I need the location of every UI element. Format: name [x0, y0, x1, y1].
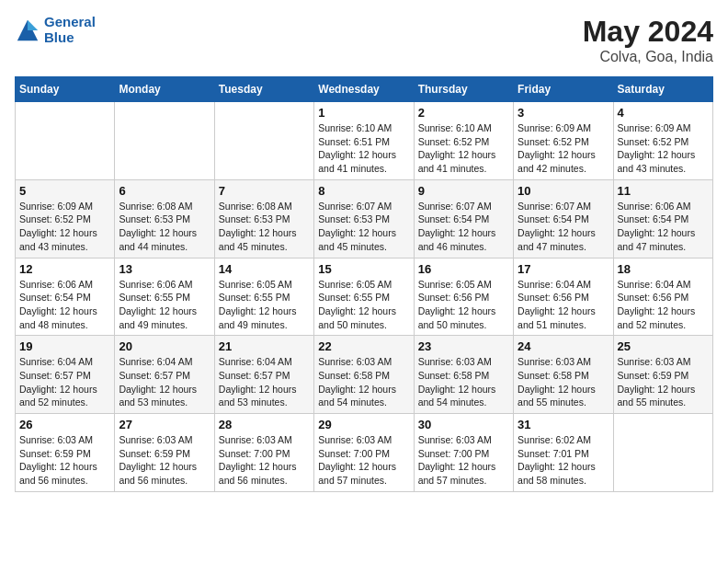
calendar-cell: 3Sunrise: 6:09 AMSunset: 6:52 PMDaylight… [514, 102, 613, 180]
calendar-cell: 11Sunrise: 6:06 AMSunset: 6:54 PMDayligh… [613, 179, 712, 258]
calendar-cell: 14Sunrise: 6:05 AMSunset: 6:55 PMDayligh… [214, 258, 313, 336]
calendar-cell: 10Sunrise: 6:07 AMSunset: 6:54 PMDayligh… [514, 179, 613, 258]
calendar-cell: 8Sunrise: 6:07 AMSunset: 6:53 PMDaylight… [314, 179, 414, 258]
calendar-cell: 22Sunrise: 6:03 AMSunset: 6:58 PMDayligh… [314, 336, 414, 414]
calendar-cell: 7Sunrise: 6:08 AMSunset: 6:53 PMDaylight… [214, 179, 313, 258]
calendar-cell: 21Sunrise: 6:04 AMSunset: 6:57 PMDayligh… [214, 336, 313, 414]
week-row-3: 12Sunrise: 6:06 AMSunset: 6:54 PMDayligh… [16, 258, 713, 336]
calendar-cell [16, 102, 115, 180]
day-info: Sunrise: 6:06 AMSunset: 6:54 PMDaylight:… [19, 278, 110, 332]
week-row-4: 19Sunrise: 6:04 AMSunset: 6:57 PMDayligh… [16, 336, 713, 414]
calendar-cell: 16Sunrise: 6:05 AMSunset: 6:56 PMDayligh… [414, 258, 513, 336]
day-info: Sunrise: 6:05 AMSunset: 6:55 PMDaylight:… [318, 278, 409, 332]
day-number: 22 [318, 339, 409, 353]
calendar-cell: 18Sunrise: 6:04 AMSunset: 6:56 PMDayligh… [613, 258, 712, 336]
calendar-cell: 1Sunrise: 6:10 AMSunset: 6:51 PMDaylight… [314, 102, 414, 180]
calendar-cell: 13Sunrise: 6:06 AMSunset: 6:55 PMDayligh… [115, 258, 214, 336]
day-number: 9 [418, 184, 509, 198]
logo: General Blue [15, 15, 96, 45]
day-info: Sunrise: 6:04 AMSunset: 6:57 PMDaylight:… [19, 355, 110, 409]
svg-marker-1 [28, 19, 38, 29]
logo-text: General Blue [44, 15, 96, 45]
day-number: 27 [119, 418, 210, 431]
day-info: Sunrise: 6:09 AMSunset: 6:52 PMDaylight:… [618, 121, 709, 176]
day-info: Sunrise: 6:10 AMSunset: 6:51 PMDaylight:… [318, 121, 409, 176]
weekday-tuesday: Tuesday [214, 77, 313, 102]
title-block: May 2024 Colva, Goa, India [583, 15, 713, 65]
calendar-cell: 5Sunrise: 6:09 AMSunset: 6:52 PMDaylight… [16, 179, 115, 258]
day-info: Sunrise: 6:03 AMSunset: 6:59 PMDaylight:… [618, 355, 709, 409]
day-number: 16 [418, 262, 509, 276]
day-number: 29 [318, 418, 409, 431]
calendar-cell: 30Sunrise: 6:03 AMSunset: 7:00 PMDayligh… [414, 414, 513, 492]
day-number: 26 [19, 418, 110, 431]
day-info: Sunrise: 6:03 AMSunset: 6:59 PMDaylight:… [19, 433, 110, 488]
day-info: Sunrise: 6:09 AMSunset: 6:52 PMDaylight:… [19, 200, 110, 254]
day-info: Sunrise: 6:07 AMSunset: 6:53 PMDaylight:… [318, 200, 409, 254]
day-info: Sunrise: 6:08 AMSunset: 6:53 PMDaylight:… [119, 200, 210, 254]
day-number: 30 [418, 418, 509, 431]
day-info: Sunrise: 6:04 AMSunset: 6:56 PMDaylight:… [618, 278, 709, 332]
day-info: Sunrise: 6:09 AMSunset: 6:52 PMDaylight:… [518, 121, 609, 176]
calendar-cell [115, 102, 214, 180]
week-row-2: 5Sunrise: 6:09 AMSunset: 6:52 PMDaylight… [16, 179, 713, 258]
logo-icon [15, 17, 40, 43]
calendar-cell: 24Sunrise: 6:03 AMSunset: 6:58 PMDayligh… [514, 336, 613, 414]
day-number: 31 [518, 418, 609, 431]
day-number: 3 [518, 106, 609, 120]
day-info: Sunrise: 6:06 AMSunset: 6:55 PMDaylight:… [119, 278, 210, 332]
day-number: 23 [418, 339, 509, 353]
day-number: 2 [418, 106, 509, 120]
day-info: Sunrise: 6:03 AMSunset: 6:58 PMDaylight:… [518, 355, 609, 409]
day-info: Sunrise: 6:04 AMSunset: 6:57 PMDaylight:… [219, 355, 310, 409]
page-header: General Blue May 2024 Colva, Goa, India [15, 15, 713, 65]
day-info: Sunrise: 6:07 AMSunset: 6:54 PMDaylight:… [518, 200, 609, 254]
day-number: 28 [219, 418, 310, 431]
day-info: Sunrise: 6:05 AMSunset: 6:56 PMDaylight:… [418, 278, 509, 332]
day-number: 19 [19, 339, 110, 353]
day-number: 7 [219, 184, 310, 198]
day-number: 10 [518, 184, 609, 198]
calendar-cell: 6Sunrise: 6:08 AMSunset: 6:53 PMDaylight… [115, 179, 214, 258]
day-number: 14 [219, 262, 310, 276]
calendar-title: May 2024 [583, 15, 713, 49]
day-number: 13 [119, 262, 210, 276]
day-info: Sunrise: 6:06 AMSunset: 6:54 PMDaylight:… [618, 200, 709, 254]
calendar-cell: 23Sunrise: 6:03 AMSunset: 6:58 PMDayligh… [414, 336, 513, 414]
day-info: Sunrise: 6:04 AMSunset: 6:56 PMDaylight:… [518, 278, 609, 332]
week-row-5: 26Sunrise: 6:03 AMSunset: 6:59 PMDayligh… [16, 414, 713, 492]
calendar-cell: 20Sunrise: 6:04 AMSunset: 6:57 PMDayligh… [115, 336, 214, 414]
calendar-cell [613, 414, 712, 492]
day-info: Sunrise: 6:10 AMSunset: 6:52 PMDaylight:… [418, 121, 509, 176]
day-number: 8 [318, 184, 409, 198]
day-number: 4 [618, 106, 709, 120]
day-info: Sunrise: 6:03 AMSunset: 6:58 PMDaylight:… [418, 355, 509, 409]
week-row-1: 1Sunrise: 6:10 AMSunset: 6:51 PMDaylight… [16, 102, 713, 180]
calendar-cell: 9Sunrise: 6:07 AMSunset: 6:54 PMDaylight… [414, 179, 513, 258]
day-number: 24 [518, 339, 609, 353]
calendar-cell: 27Sunrise: 6:03 AMSunset: 6:59 PMDayligh… [115, 414, 214, 492]
day-info: Sunrise: 6:02 AMSunset: 7:01 PMDaylight:… [518, 433, 609, 488]
day-number: 5 [19, 184, 110, 198]
weekday-friday: Friday [514, 77, 613, 102]
calendar-cell: 25Sunrise: 6:03 AMSunset: 6:59 PMDayligh… [613, 336, 712, 414]
day-number: 6 [119, 184, 210, 198]
day-info: Sunrise: 6:03 AMSunset: 7:00 PMDaylight:… [318, 433, 409, 488]
calendar-cell: 28Sunrise: 6:03 AMSunset: 7:00 PMDayligh… [214, 414, 313, 492]
day-info: Sunrise: 6:03 AMSunset: 7:00 PMDaylight:… [219, 433, 310, 488]
day-info: Sunrise: 6:03 AMSunset: 6:58 PMDaylight:… [318, 355, 409, 409]
day-number: 12 [19, 262, 110, 276]
day-number: 21 [219, 339, 310, 353]
calendar-cell: 26Sunrise: 6:03 AMSunset: 6:59 PMDayligh… [16, 414, 115, 492]
day-info: Sunrise: 6:05 AMSunset: 6:55 PMDaylight:… [219, 278, 310, 332]
day-number: 11 [618, 184, 709, 198]
calendar-cell: 29Sunrise: 6:03 AMSunset: 7:00 PMDayligh… [314, 414, 414, 492]
day-number: 15 [318, 262, 409, 276]
day-number: 1 [318, 106, 409, 120]
day-info: Sunrise: 6:08 AMSunset: 6:53 PMDaylight:… [219, 200, 310, 254]
weekday-thursday: Thursday [414, 77, 513, 102]
calendar-cell [214, 102, 313, 180]
day-number: 20 [119, 339, 210, 353]
day-info: Sunrise: 6:03 AMSunset: 6:59 PMDaylight:… [119, 433, 210, 488]
weekday-wednesday: Wednesday [314, 77, 414, 102]
